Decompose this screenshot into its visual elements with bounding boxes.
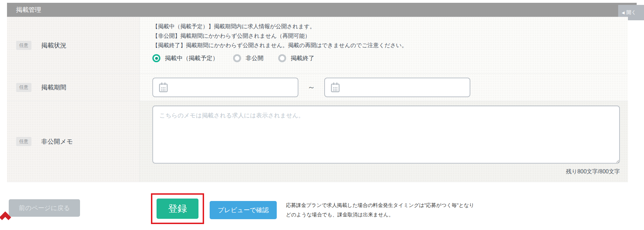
back-button[interactable]: 前のページに戻る xyxy=(9,199,80,217)
row-posting-status: 任意 掲載状況 【掲載中（掲載予定）】掲載期間内に求人情報が公開されます。 【非… xyxy=(7,17,628,74)
status-description-line-2: 【非公開】掲載期間にかかわらず公開されません（再開可能） xyxy=(152,31,620,41)
date-start-input[interactable] xyxy=(152,78,298,97)
billing-note: 応募課金プランで求人掲載した場合の料金発生タイミングは"応募がつく毎"となり ど… xyxy=(286,201,474,220)
posting-period-content-cell: ～ xyxy=(140,74,628,101)
posting-management-page: 掲載管理 ◀ 開く 任意 掲載状況 【掲載中（掲載予定）】掲載期間内に求人情報が… xyxy=(0,0,644,230)
status-description-line-1: 【掲載中（掲載予定）】掲載期間内に求人情報が公開されます。 xyxy=(152,22,620,31)
posting-status-label-cell: 任意 掲載状況 xyxy=(7,17,140,73)
radio-private[interactable]: 非公開 xyxy=(233,54,263,62)
radio-selected-icon[interactable] xyxy=(152,54,160,62)
section-title: 掲載管理 xyxy=(16,6,41,14)
private-memo-textarea[interactable] xyxy=(152,106,620,164)
posting-status-radio-group: 掲載中（掲載予定） 非公開 掲載終了 xyxy=(152,54,620,62)
open-panel-label: 開く xyxy=(626,9,636,16)
preview-button[interactable]: プレビューで確認 xyxy=(210,201,277,219)
posting-period-label: 掲載期間 xyxy=(41,83,66,92)
radio-posting-active-label: 掲載中（掲載予定） xyxy=(165,54,218,62)
submit-highlight-annotation: 登録 xyxy=(151,193,204,224)
status-description-line-3: 【掲載終了】掲載期間にかかわらず公開されません。掲載の再開はできませんのでご注意… xyxy=(152,41,620,50)
calendar-icon xyxy=(159,82,168,93)
date-end-input[interactable] xyxy=(324,78,470,97)
optional-badge: 任意 xyxy=(16,83,31,92)
date-range-separator: ～ xyxy=(307,82,315,93)
row-private-memo: 任意 非公開メモ 残り800文字/800文字 xyxy=(7,101,628,182)
private-memo-content-cell: 残り800文字/800文字 xyxy=(140,101,628,182)
submit-button[interactable]: 登録 xyxy=(157,199,198,219)
optional-badge: 任意 xyxy=(16,41,31,50)
posting-period-label-cell: 任意 掲載期間 xyxy=(7,74,140,101)
private-memo-label-cell: 任意 非公開メモ xyxy=(7,101,140,182)
posting-form-table: 任意 掲載状況 【掲載中（掲載予定）】掲載期間内に求人情報が公開されます。 【非… xyxy=(7,17,628,182)
billing-note-line-1: 応募課金プランで求人掲載した場合の料金発生タイミングは"応募がつく毎"となり xyxy=(286,201,474,210)
radio-private-label: 非公開 xyxy=(246,54,263,62)
optional-badge: 任意 xyxy=(16,137,31,146)
radio-posting-ended[interactable]: 掲載終了 xyxy=(278,54,314,62)
billing-note-line-2: どのような場合でも、課金取消は出来ません。 xyxy=(286,210,474,220)
radio-unselected-icon[interactable] xyxy=(278,54,286,62)
private-memo-label: 非公開メモ xyxy=(41,137,73,146)
radio-posting-active[interactable]: 掲載中（掲載予定） xyxy=(152,54,218,62)
posting-status-content-cell: 【掲載中（掲載予定）】掲載期間内に求人情報が公開されます。 【非公開】掲載期間に… xyxy=(140,17,628,73)
form-footer: 前のページに戻る 登録 プレビューで確認 応募課金プランで求人掲載した場合の料金… xyxy=(0,193,644,224)
radio-unselected-icon[interactable] xyxy=(233,54,241,62)
section-header: 掲載管理 xyxy=(7,3,637,17)
calendar-icon xyxy=(331,82,340,93)
radio-posting-ended-label: 掲載終了 xyxy=(291,54,314,62)
posting-status-label: 掲載状況 xyxy=(41,41,66,50)
char-count: 残り800文字/800文字 xyxy=(152,168,620,175)
row-posting-period: 任意 掲載期間 ～ xyxy=(7,74,628,101)
triangle-left-icon: ◀ xyxy=(622,11,624,15)
